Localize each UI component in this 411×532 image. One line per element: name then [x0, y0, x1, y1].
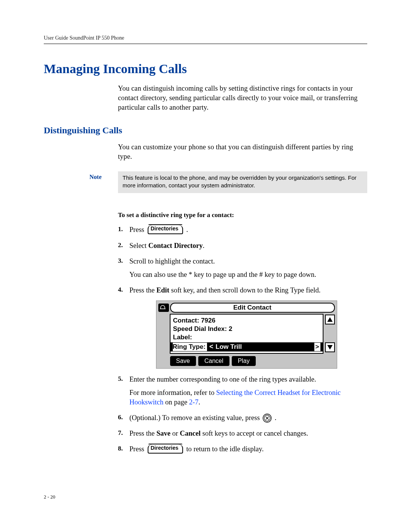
step-4-text-b: soft key, and then scroll down to the Ri…: [169, 286, 320, 294]
x-circle-icon: [263, 414, 272, 423]
procedure-title: To set a distinctive ring type for a con…: [118, 211, 363, 219]
note-label: Note: [89, 174, 118, 181]
note-box: This feature is local to the phone, and …: [118, 171, 367, 193]
step-5-sub-c: .: [198, 398, 200, 406]
step-7-save-bold: Save: [156, 430, 170, 437]
h2-block: You can customize your phone so that you…: [118, 142, 363, 161]
bell-icon: [158, 304, 169, 312]
step-2-text-a: Select: [129, 242, 148, 249]
lcd-main: Contact: 7926 Speed Dial Index: 2 Label:…: [156, 313, 337, 354]
step-7-cancel-bold: Cancel: [180, 430, 201, 437]
scroll-up-icon: [325, 315, 335, 324]
heading-distinguishing-calls: Distinguishing Calls: [44, 125, 367, 136]
lcd-ring-value: Low Trill: [216, 343, 242, 351]
lcd-label-line: Label:: [173, 333, 320, 342]
step-6: (Optional.) To remove an existing value,…: [118, 413, 363, 423]
intro-paragraph: You can distinguish incoming calls by se…: [118, 84, 363, 112]
step-7-mid: or: [170, 430, 180, 437]
lcd-ring-prefix: Ring Type:: [173, 343, 207, 351]
page: User Guide SoundPoint IP 550 Phone Manag…: [0, 0, 411, 532]
step-2: Select Contact Directory.: [118, 241, 363, 251]
step-1: Press Directories .: [118, 225, 363, 235]
softkey-save: Save: [170, 356, 196, 366]
note-row: Note This feature is local to the phone,…: [44, 171, 367, 193]
heading-managing-incoming-calls: Managing Incoming Calls: [44, 62, 367, 76]
step-2-text-b: .: [203, 242, 205, 249]
directories-key-icon: Directories: [148, 444, 183, 454]
step-5-sub-a: For more information, refer to: [129, 389, 216, 396]
step-3: Scroll to highlight the contact. You can…: [118, 257, 363, 280]
intro-block: You can distinguish incoming calls by se…: [118, 84, 363, 112]
lcd-title: Edit Contact: [170, 303, 335, 313]
step-5-text: Enter the number corresponding to one of…: [129, 375, 316, 383]
step-4-text-a: Press the: [129, 286, 156, 294]
lcd-contact-line: Contact: 7926: [173, 316, 320, 325]
step-5-sub-b: on page: [163, 398, 189, 406]
page-number: 2 - 20: [44, 494, 55, 500]
step-2-bold: Contact Directory: [148, 242, 203, 249]
softkey-play: Play: [232, 356, 256, 366]
running-header: User Guide SoundPoint IP 550 Phone: [44, 35, 367, 41]
lcd-ring-row: Ring Type: < Low Trill >: [170, 342, 323, 351]
step-3-text: Scroll to highlight the contact.: [129, 257, 215, 265]
step-7: Press the Save or Cancel soft keys to ac…: [118, 429, 363, 438]
header-rule: [44, 43, 367, 44]
lcd-scroll-col: [325, 314, 335, 354]
step-6-text-b: .: [275, 414, 277, 422]
step-1-text-a: Press: [129, 226, 146, 233]
step-3-sub: You can also use the * key to page up an…: [129, 270, 363, 280]
step-4-bold: Edit: [156, 286, 169, 294]
lcd-title-row: Edit Contact: [156, 301, 337, 313]
step-8: Press Directories to return to the idle …: [118, 444, 363, 454]
scroll-down-icon: [325, 342, 335, 352]
step-5-sub: For more information, refer to Selecting…: [129, 388, 363, 407]
lcd-speed-dial-line: Speed Dial Index: 2: [173, 325, 320, 333]
step-6-text-a: (Optional.) To remove an existing value,…: [129, 414, 261, 422]
procedure-block: To set a distinctive ring type for a con…: [118, 211, 363, 454]
step-8-b: to return to the idle display.: [186, 445, 263, 453]
page-ref-link[interactable]: 2-7: [189, 398, 199, 406]
step-7-a: Press the: [129, 430, 156, 437]
softkey-cancel: Cancel: [198, 356, 229, 366]
lcd-figure: Edit Contact Contact: 7926 Speed Dial In…: [156, 300, 337, 369]
step-4: Press the Edit soft key, and then scroll…: [118, 286, 363, 369]
lcd-left-indicator-col: [158, 314, 168, 354]
step-7-c: soft keys to accept or cancel changes.: [201, 430, 308, 437]
lcd-softkeys: Save Cancel Play: [156, 354, 337, 368]
steps-list: Press Directories . Select Contact Direc…: [118, 225, 363, 454]
step-8-a: Press: [129, 445, 146, 453]
step-1-text-b: .: [186, 226, 188, 233]
step-5: Enter the number corresponding to one of…: [118, 375, 363, 407]
lcd-content: Contact: 7926 Speed Dial Index: 2 Label:…: [170, 314, 323, 354]
chevron-left-icon: <: [209, 342, 213, 351]
directories-key-icon: Directories: [148, 225, 183, 234]
chevron-right-icon: >: [314, 343, 320, 351]
h2-paragraph: You can customize your phone so that you…: [118, 142, 363, 161]
